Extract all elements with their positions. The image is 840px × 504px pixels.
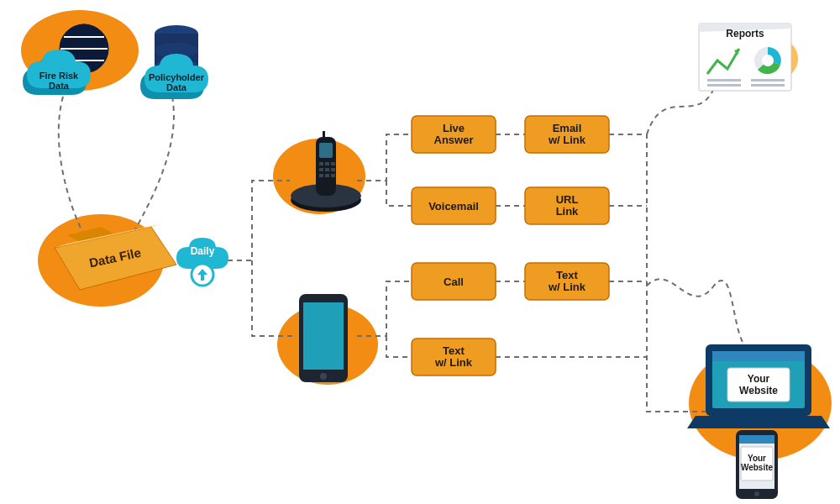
daily-label: Daily: [191, 245, 215, 257]
box-live-answer: LiveAnswer: [412, 116, 496, 153]
laptop-icon: YourWebsite: [687, 344, 830, 428]
phone-site-label: Your: [748, 454, 766, 463]
svg-rect-23: [325, 162, 329, 165]
box-label: Voicemail: [428, 200, 479, 213]
box-label: Answer: [434, 134, 474, 146]
connector: [609, 134, 706, 412]
svg-rect-57: [712, 351, 805, 361]
connector: [386, 181, 412, 206]
svg-rect-50: [707, 84, 741, 87]
box-label: URL: [556, 193, 579, 206]
cloud-label: Policyholder: [149, 72, 205, 82]
box-label: Text: [443, 344, 465, 357]
box-call: Call: [412, 263, 496, 300]
cloud-label: Fire Risk: [39, 71, 79, 81]
svg-point-54: [762, 55, 774, 66]
phone-site-label: Website: [741, 463, 774, 472]
box-text-link-lower: Textw/ Link: [412, 339, 496, 375]
svg-rect-49: [707, 79, 741, 81]
cloud-label: Data: [49, 81, 70, 91]
svg-rect-51: [751, 79, 785, 81]
svg-rect-24: [331, 162, 335, 165]
connector: [59, 97, 84, 235]
svg-text:Emailw/ Link: Emailw/ Link: [548, 122, 586, 146]
phone-website-icon: YourWebsite: [736, 430, 778, 499]
box-label: Call: [444, 276, 464, 288]
laptop-label: Website: [739, 385, 778, 396]
svg-rect-30: [331, 174, 335, 177]
svg-rect-28: [319, 174, 323, 177]
svg-rect-22: [319, 162, 323, 165]
svg-rect-32: [303, 302, 344, 370]
svg-marker-58: [687, 416, 830, 428]
svg-rect-52: [751, 84, 785, 87]
reports-icon: Reports: [699, 24, 791, 91]
box-text-link: Textw/ Link: [525, 263, 609, 300]
reports-label: Reports: [726, 28, 764, 39]
box-label: w/ Link: [434, 356, 473, 369]
svg-rect-20: [319, 143, 333, 158]
svg-rect-27: [331, 168, 335, 171]
svg-rect-25: [319, 168, 323, 171]
box-label: w/ Link: [548, 281, 586, 293]
box-label: Email: [553, 122, 582, 134]
connector: [134, 97, 174, 231]
svg-rect-29: [325, 174, 329, 177]
svg-point-33: [320, 373, 327, 380]
connector: [386, 336, 412, 357]
box-url-link: URLLink: [525, 187, 609, 224]
box-email-link: Emailw/ Link: [525, 116, 609, 153]
svg-text:URLLink: URLLink: [556, 193, 579, 218]
svg-rect-21: [323, 131, 325, 139]
svg-rect-63: [739, 435, 774, 444]
cloud-daily-upload: Daily: [176, 238, 228, 286]
box-voicemail: Voicemail: [412, 187, 496, 224]
box-label: Text: [556, 269, 578, 281]
box-label: Link: [556, 205, 579, 218]
box-label: w/ Link: [548, 134, 586, 146]
box-label: Live: [443, 122, 465, 134]
svg-rect-26: [325, 168, 329, 171]
laptop-label: Your: [748, 373, 770, 385]
svg-point-66: [754, 491, 759, 496]
connector: [647, 279, 748, 349]
cloud-label: Data: [166, 82, 187, 92]
smartphone-icon: [299, 294, 348, 382]
